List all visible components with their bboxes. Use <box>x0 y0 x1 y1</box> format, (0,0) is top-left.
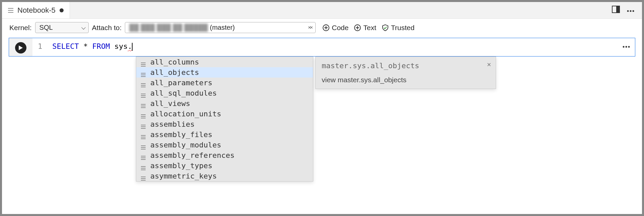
kw-select: SELECT <box>52 42 79 50</box>
autocomplete-item-label: all_objects <box>150 68 199 77</box>
content: 1SELECT * FROM sys. all_columnsall_objec… <box>2 38 642 214</box>
more-icon[interactable] <box>627 6 635 14</box>
popup-area: all_columnsall_objectsall_parametersall_… <box>136 57 496 182</box>
line-number: 1 <box>38 42 42 50</box>
autocomplete-item[interactable]: all_sql_modules <box>136 88 313 98</box>
lines-icon <box>141 153 146 158</box>
autocomplete-item[interactable]: assembly_files <box>136 129 313 140</box>
add-code-button[interactable]: Code <box>322 24 348 32</box>
shield-icon <box>382 24 389 31</box>
autocomplete-item[interactable]: all_parameters <box>136 78 313 88</box>
autocomplete-item-label: all_views <box>150 99 190 108</box>
autocomplete-item[interactable]: allocation_units <box>136 109 313 119</box>
kernel-select[interactable]: SQL <box>35 22 89 33</box>
svg-point-3 <box>630 10 632 12</box>
lines-icon <box>141 81 146 85</box>
autocomplete-item-label: assembly_modules <box>150 141 221 149</box>
autocomplete-item-label: assembly_files <box>150 130 212 139</box>
autocomplete-item[interactable]: assembly_types <box>136 160 313 171</box>
split-editor-icon[interactable] <box>612 6 620 15</box>
add-text-label: Text <box>363 24 376 32</box>
code-cell[interactable]: 1SELECT * FROM sys. <box>9 38 635 57</box>
trusted-label: Trusted <box>391 24 414 32</box>
autocomplete-item[interactable]: assembly_modules <box>136 140 313 150</box>
kernel-label: Kernel: <box>9 24 32 32</box>
run-button[interactable] <box>15 42 26 53</box>
app-frame: Notebook-5 Kernel: SQL Attach to: ██ ███… <box>2 2 642 214</box>
lines-icon <box>141 164 146 168</box>
attach-select[interactable]: ██ ███ ███ ██ █████ (master) <box>125 22 316 33</box>
kernel-value: SQL <box>39 24 53 31</box>
lines-icon <box>141 143 146 147</box>
add-text-button[interactable]: Text <box>354 24 376 32</box>
tab-bar: Notebook-5 <box>2 2 642 19</box>
autocomplete-item-label: assemblies <box>150 120 194 128</box>
autocomplete-item-label: all_parameters <box>150 79 212 87</box>
cell-gutter <box>9 38 32 56</box>
lines-icon <box>141 60 146 65</box>
lines-icon <box>8 6 13 15</box>
autocomplete-item[interactable]: all_objects <box>136 67 313 78</box>
svg-point-9 <box>628 46 630 48</box>
ident-sys: sys <box>114 42 128 50</box>
doc-title: master.sys.all_objects <box>322 62 490 70</box>
toolbar: Kernel: SQL Attach to: ██ ███ ███ ██ ███… <box>2 19 642 38</box>
play-icon <box>18 45 23 50</box>
lines-icon <box>141 174 146 179</box>
autocomplete-item-label: allocation_units <box>150 110 221 118</box>
add-code-label: Code <box>332 24 348 32</box>
kw-from: FROM <box>92 42 110 50</box>
tab-title: Notebook-5 <box>17 6 56 15</box>
autocomplete-item-label: asymmetric_keys <box>150 172 217 180</box>
dirty-indicator-icon <box>60 8 64 12</box>
lines-icon <box>141 122 146 127</box>
autocomplete-item[interactable]: all_columns <box>136 57 313 67</box>
autocomplete-item-label: all_columns <box>150 58 199 66</box>
plus-circle-icon <box>322 24 330 31</box>
svg-point-8 <box>626 46 627 48</box>
autocomplete-item[interactable]: assembly_references <box>136 150 313 160</box>
lines-icon <box>141 112 146 116</box>
attach-label: Attach to: <box>92 24 122 32</box>
doc-body: view master.sys.all_objects <box>322 76 490 84</box>
cell-body[interactable]: 1SELECT * FROM sys. <box>32 38 635 56</box>
attach-host-blurred: ██ ███ ███ ██ █████ <box>129 24 208 31</box>
lines-icon <box>141 101 146 106</box>
code-line: 1SELECT * FROM sys. <box>38 42 133 50</box>
text-cursor-icon <box>132 43 133 51</box>
autocomplete-item-label: all_sql_modules <box>150 89 217 97</box>
doc-popup: ✕ master.sys.all_objects view master.sys… <box>315 57 496 89</box>
lines-icon <box>141 91 146 96</box>
attach-suffix: (master) <box>210 24 235 31</box>
toolbar-right: Code Text Trusted <box>322 24 414 32</box>
autocomplete-item[interactable]: asymmetric_keys <box>136 171 313 181</box>
close-icon[interactable]: ✕ <box>487 60 491 68</box>
lines-icon <box>141 70 146 75</box>
autocomplete-list[interactable]: all_columnsall_objectsall_parametersall_… <box>136 57 313 182</box>
tab-notebook[interactable]: Notebook-5 <box>2 2 70 18</box>
autocomplete-item[interactable]: all_views <box>136 98 313 109</box>
autocomplete-item-label: assembly_references <box>150 151 235 159</box>
tab-actions <box>605 6 642 15</box>
cell-more-icon[interactable] <box>622 41 630 50</box>
dot: . <box>128 42 132 50</box>
lines-icon <box>141 132 146 137</box>
autocomplete-item[interactable]: assemblies <box>136 119 313 129</box>
svg-rect-1 <box>616 6 619 12</box>
star: * <box>83 42 88 50</box>
svg-point-2 <box>627 10 629 12</box>
svg-point-4 <box>633 10 634 12</box>
plus-circle-icon <box>354 24 361 31</box>
svg-point-7 <box>623 46 625 48</box>
trusted-button[interactable]: Trusted <box>382 24 414 32</box>
autocomplete-item-label: assembly_types <box>150 161 212 170</box>
